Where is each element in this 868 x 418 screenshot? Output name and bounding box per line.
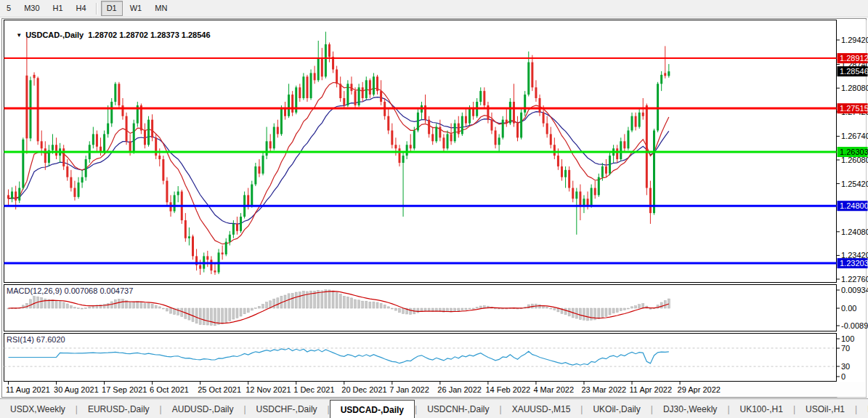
candle-body [539, 98, 541, 113]
candle-body [527, 63, 530, 95]
date-axis-label: 12 Nov 2021 [246, 385, 291, 394]
macd-histogram-bar [343, 296, 345, 308]
macd-histogram-bar [369, 302, 371, 308]
candle-body [398, 148, 400, 163]
timeframe-button-d1[interactable]: D1 [101, 1, 123, 16]
candle-body [575, 191, 577, 198]
timeframe-button-mn[interactable]: MN [149, 1, 173, 16]
macd-histogram-bar [81, 308, 84, 309]
macd-histogram-bar [553, 308, 556, 310]
macd-histogram-bar [129, 302, 131, 308]
macd-histogram-bar [25, 303, 28, 308]
candle-body [442, 137, 445, 148]
macd-histogram-bar [557, 308, 559, 312]
chart-tab-usdx-weekly[interactable]: USDX,Weekly [0, 399, 76, 418]
macd-histogram-bar [328, 290, 330, 308]
chart-tab-uk100-h1[interactable]: UK100-,H1 [730, 399, 793, 418]
candle-body [469, 109, 471, 124]
rsi-axis-label: 0 [841, 372, 845, 381]
macd-histogram-bar [291, 294, 293, 308]
macd-histogram-bar [362, 301, 364, 308]
candle-body [490, 120, 492, 131]
macd-histogram-bar [398, 308, 400, 313]
chart-tab-usdchf-daily[interactable]: USDCHF-,Daily [246, 399, 328, 418]
candle-body [498, 137, 500, 145]
chart-tab-xauusd-m15[interactable]: XAUUSD-,M15 [502, 399, 581, 418]
chart-tab-usdcad-daily[interactable]: USDCAD-,Daily [330, 400, 415, 418]
candle-body [465, 116, 467, 124]
macd-histogram-bar [627, 308, 629, 309]
chart-window: 1.294201.287401.280801.274201.267401.260… [0, 17, 868, 398]
candle-body [73, 188, 76, 197]
timeframe-button-w1[interactable]: W1 [124, 1, 148, 16]
macd-histogram-bar [85, 308, 87, 308]
candle-body [162, 159, 164, 181]
macd-histogram-bar [52, 300, 54, 308]
candle-body [314, 73, 316, 80]
timeframe-button-h4[interactable]: H4 [70, 1, 92, 16]
rsi-pane[interactable] [4, 334, 837, 382]
candle-body [531, 63, 533, 88]
macd-histogram-bar [539, 305, 541, 308]
price-level-badge: 1.26303 [840, 148, 868, 156]
chart-tab-hk50[interactable]: HK50-, [857, 399, 868, 418]
macd-histogram-bar [222, 308, 224, 324]
macd-histogram-bar [336, 292, 338, 308]
timeframe-toolbar: 5 M30 H1 H4 D1 W1 MN [0, 0, 868, 17]
macd-histogram-bar [137, 302, 139, 308]
macd-histogram-bar [476, 308, 478, 308]
candle-body [668, 71, 670, 76]
chart-tab-usoil-h1[interactable]: USOil-,H1 [795, 399, 855, 418]
candle-body [635, 116, 637, 127]
chart-tab-ukoil-daily[interactable]: UKOil-,Daily [583, 399, 650, 418]
macd-histogram-bar [668, 299, 670, 308]
candle-body [310, 73, 312, 98]
macd-histogram-bar [346, 297, 349, 308]
candle-body [151, 120, 153, 138]
timeframe-button-m5[interactable]: 5 [1, 1, 17, 16]
macd-histogram-bar [121, 300, 123, 308]
timeframe-button-h1[interactable]: H1 [47, 1, 69, 16]
candle-body [15, 191, 17, 200]
candle-body [638, 113, 641, 127]
macd-histogram-bar [605, 308, 607, 316]
chart-tab-usdcnh-daily[interactable]: USDCNH-,Daily [417, 399, 499, 418]
candle-body [258, 166, 260, 174]
macd-histogram-bar [170, 308, 172, 313]
macd-histogram-bar [638, 305, 641, 308]
candle-body [247, 195, 249, 206]
candle-body [591, 188, 593, 206]
macd-histogram-bar [195, 308, 198, 323]
candle-body [70, 177, 72, 188]
candle-body [126, 116, 128, 142]
macd-histogram-bar [376, 302, 378, 308]
macd-histogram-bar [302, 291, 304, 308]
date-axis-label: 4 Mar 2022 [533, 385, 574, 394]
macd-histogram-bar [254, 308, 256, 309]
timeframe-button-m30[interactable]: M30 [18, 1, 45, 16]
candle-body [616, 148, 618, 159]
candle-body [373, 76, 375, 95]
macd-histogram-bar [210, 308, 212, 326]
candle-body [277, 127, 279, 134]
candle-body [524, 95, 526, 113]
macd-histogram-bar [181, 308, 183, 317]
candle-body [410, 145, 412, 148]
chart-canvas[interactable]: 1.294201.287401.280801.274201.267401.260… [0, 17, 868, 398]
macd-histogram-bar [424, 308, 426, 311]
candle-body [251, 185, 253, 206]
candle-body [380, 91, 382, 102]
candle-body [568, 170, 570, 188]
candle-body [280, 109, 283, 134]
candle-body [495, 130, 497, 145]
price-tick-label: 1.28080 [841, 84, 868, 92]
chart-tab-eurusd-daily[interactable]: EURUSD-,Daily [78, 399, 160, 418]
candle-body [328, 44, 330, 57]
chart-tab-audusd-daily[interactable]: AUDUSD-,Daily [162, 399, 244, 418]
candle-body [299, 87, 301, 98]
candle-body [229, 235, 231, 242]
macd-histogram-bar [598, 308, 600, 318]
macd-histogram-bar [635, 306, 637, 308]
symbol-dropdown-icon[interactable]: ▼ [16, 32, 22, 39]
chart-tab-dj30-weekly[interactable]: DJ30-,Weekly [653, 399, 727, 418]
